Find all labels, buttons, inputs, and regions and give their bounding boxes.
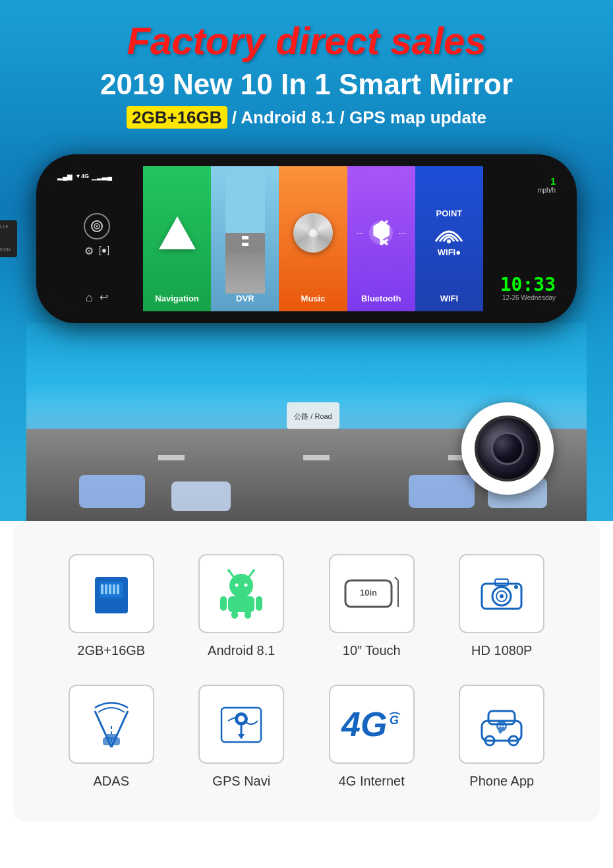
svg-line-35 xyxy=(249,571,253,576)
feature-storage: 2GB+16GB xyxy=(53,554,170,658)
speed-value: 1 xyxy=(537,176,556,187)
sdcard-icon xyxy=(85,567,138,620)
left-panel: ▂▄▆ ▼4G ▁▂▃▄ ⚙ xyxy=(51,166,143,311)
wifi-points-box: POINT WIFI● xyxy=(429,208,469,257)
road-scene: 公路 / Road xyxy=(26,323,587,521)
app-tile-music[interactable]: Music xyxy=(279,166,347,311)
svg-rect-5 xyxy=(242,236,248,239)
nav-icon-area xyxy=(159,166,196,294)
touch-icon-box: 10in xyxy=(329,554,415,633)
highlight-badge: 2GB+16GB xyxy=(127,106,227,129)
adas-label: ADAS xyxy=(94,774,129,789)
android-icon xyxy=(215,567,268,620)
right-panel: 1 mph/h 10:33 12-26 Wednesday xyxy=(483,166,562,311)
gps-icon-box xyxy=(198,685,284,764)
features-section: 2GB+16GB xyxy=(13,521,600,822)
adas-icon xyxy=(82,698,141,751)
lens-inner xyxy=(491,432,524,465)
phone-app-icon xyxy=(475,698,528,751)
android-icon-box xyxy=(198,554,284,633)
svg-rect-3 xyxy=(225,213,265,233)
rear-camera-display xyxy=(461,402,554,495)
app-tile-bluetooth[interactable]: ··· ⬢ ··· xyxy=(347,166,415,311)
network-4g-icon: ▼4G xyxy=(75,173,89,179)
svg-rect-16 xyxy=(158,455,185,460)
hd-camera-icon xyxy=(475,567,528,620)
dvr-icon-area xyxy=(225,166,265,294)
svg-rect-42 xyxy=(231,611,238,619)
speed-display: 1 mph/h xyxy=(537,176,556,194)
storage-label: 2GB+16GB xyxy=(77,643,145,658)
svg-point-37 xyxy=(235,583,239,586)
touch-label: 10″ Touch xyxy=(343,643,401,658)
wifi-label: WIFI xyxy=(440,294,458,303)
wifi-icon: ▂▄▆ xyxy=(57,173,73,180)
sd-card-label-bottom: PROFESSION xyxy=(0,247,11,252)
svg-rect-29 xyxy=(109,584,111,594)
bt-icon-area: ··· ⬢ ··· xyxy=(357,166,406,294)
svg-point-14 xyxy=(447,239,451,243)
speed-unit: mph/h xyxy=(537,187,556,194)
svg-rect-28 xyxy=(105,584,107,594)
svg-text:10in: 10in xyxy=(360,588,377,598)
gps-navi-icon xyxy=(215,698,268,751)
status-bar: ▂▄▆ ▼4G ▁▂▃▄ xyxy=(57,173,136,180)
point-label: POINT xyxy=(429,208,469,218)
phone-icon-box xyxy=(459,685,544,764)
camera-lens xyxy=(475,416,540,481)
svg-point-34 xyxy=(227,569,230,572)
4g-label: 4G Internet xyxy=(339,774,405,789)
svg-point-2 xyxy=(96,226,98,228)
feature-camera: HD 1080P xyxy=(444,554,561,658)
svg-line-33 xyxy=(229,571,233,576)
svg-point-38 xyxy=(245,583,248,586)
svg-rect-17 xyxy=(303,455,330,460)
svg-rect-59 xyxy=(105,734,117,739)
nav-icons: ⌂ ↩ xyxy=(57,291,136,305)
dvr-road-visual xyxy=(225,173,265,294)
svg-point-72 xyxy=(501,725,503,727)
svg-point-51 xyxy=(500,594,504,598)
svg-rect-21 xyxy=(409,475,475,508)
4g-superscript: G xyxy=(388,711,401,731)
svg-point-53 xyxy=(514,585,518,589)
clock-display: 10:33 12-26 Wednesday xyxy=(500,276,556,301)
nav-triangle-icon xyxy=(159,216,196,249)
top-section: Factory direct sales 2019 New 10 In 1 Sm… xyxy=(0,0,613,521)
dvr-label: DVR xyxy=(236,294,254,303)
svg-point-32 xyxy=(229,574,253,598)
storage-icon-box xyxy=(69,554,154,633)
camera-label: HD 1080P xyxy=(471,643,532,658)
touch-icon: 10in xyxy=(342,571,401,617)
settings-icons: ⚙ [●] xyxy=(84,245,109,257)
svg-rect-19 xyxy=(79,475,145,508)
svg-point-71 xyxy=(498,725,500,727)
svg-marker-64 xyxy=(238,734,245,739)
app-tile-wifi[interactable]: POINT WIFI● WIFI xyxy=(415,166,483,311)
feature-adas: ADAS xyxy=(53,685,170,789)
adas-icon-box xyxy=(69,685,154,764)
4g-icon-box: 4G G xyxy=(329,685,415,764)
svg-rect-20 xyxy=(171,481,231,511)
features-grid: 2GB+16GB xyxy=(53,554,560,789)
music-label: Music xyxy=(301,294,326,303)
music-disc-icon xyxy=(293,213,333,253)
sd-card-slot: CAMERA LE PROFESSION xyxy=(0,220,17,257)
home-icon: ⌂ xyxy=(86,291,93,305)
music-icon-area xyxy=(293,166,333,294)
app-tile-navigation[interactable]: Navigation xyxy=(143,166,211,311)
svg-rect-31 xyxy=(117,584,119,594)
camera-icon-box xyxy=(459,554,544,633)
subtitle-line: 2GB+16GB / Android 8.1 / GPS map update xyxy=(26,108,587,128)
svg-rect-6 xyxy=(242,243,248,246)
svg-text:公路 / Road: 公路 / Road xyxy=(294,412,332,420)
svg-point-36 xyxy=(252,569,255,572)
sd-card-label-top: CAMERA LE xyxy=(0,224,11,229)
camera-icons: ⚙ [●] xyxy=(57,213,136,257)
signal-bars: ▁▂▃▄ xyxy=(92,173,112,180)
app-tile-dvr[interactable]: DVR xyxy=(211,166,279,311)
svg-rect-41 xyxy=(256,596,262,611)
svg-text:G: G xyxy=(390,714,399,727)
feature-android: Android 8.1 xyxy=(183,554,301,658)
svg-rect-39 xyxy=(228,596,254,612)
